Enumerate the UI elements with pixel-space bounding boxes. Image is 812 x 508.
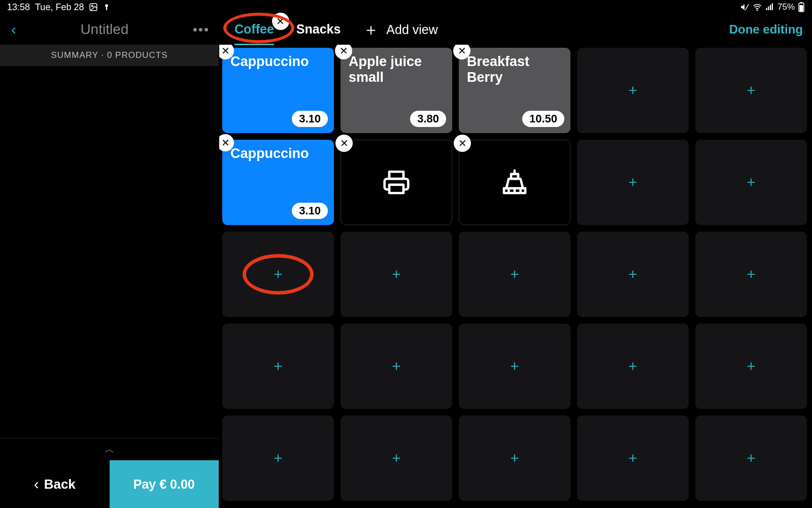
picture-icon (89, 3, 98, 12)
plus-icon: + (747, 358, 756, 375)
close-icon: ✕ (458, 137, 467, 149)
svg-rect-6 (766, 8, 767, 11)
register-icon (500, 168, 529, 197)
plus-icon: + (747, 450, 756, 467)
plus-icon: + (392, 358, 401, 375)
empty-tile[interactable]: + (341, 232, 452, 317)
product-price: 3.80 (410, 111, 446, 127)
empty-tile[interactable]: + (459, 416, 570, 501)
plus-icon: + (628, 82, 637, 99)
pay-button[interactable]: Pay € 0.00 (110, 460, 219, 508)
plus-icon: + (747, 82, 756, 99)
svg-rect-12 (800, 2, 802, 3)
plus-icon: + (628, 450, 637, 467)
summary-bar: SUMMARY · 0 PRODUCTS (0, 45, 219, 66)
battery-icon (798, 2, 805, 12)
empty-tile[interactable]: + (577, 232, 689, 317)
back-button[interactable]: ‹ Back (0, 460, 110, 508)
sidebar: ‹ Untitled ••• SUMMARY · 0 PRODUCTS ︿ ‹ … (0, 14, 219, 508)
product-price: 10.50 (522, 111, 564, 127)
tab-label: Snacks (296, 22, 341, 36)
remove-tile-button[interactable]: ✕ (454, 135, 471, 152)
sidebar-more-icon[interactable]: ••• (193, 22, 210, 38)
printer-icon (382, 168, 411, 197)
status-battery-text: 75% (777, 2, 795, 12)
remove-tile-button[interactable]: ✕ (335, 135, 353, 152)
empty-tile[interactable]: + (695, 324, 807, 409)
chevron-left-icon: ‹ (34, 475, 39, 493)
product-price: 3.10 (292, 203, 328, 219)
svg-rect-7 (768, 7, 769, 11)
pay-button-label: Pay € 0.00 (133, 477, 195, 492)
done-editing-button[interactable]: Done editing (729, 22, 803, 37)
svg-line-4 (745, 4, 749, 10)
plus-icon: + (628, 174, 637, 191)
empty-tile[interactable]: + (459, 232, 570, 317)
done-label: Done editing (729, 22, 803, 36)
product-tile[interactable]: Apple juice small3.80✕ (341, 48, 452, 133)
register-tile[interactable]: ✕ (459, 140, 570, 225)
plus-icon: + (510, 358, 519, 375)
empty-tile[interactable]: + (695, 48, 807, 133)
empty-tile[interactable]: + (695, 416, 807, 501)
add-view-label: Add view (386, 22, 437, 37)
empty-tile[interactable]: + (341, 416, 452, 501)
svg-point-2 (106, 4, 109, 7)
status-time: 13:58 (7, 2, 30, 13)
empty-tile[interactable]: + (222, 232, 334, 317)
status-date: Tue, Feb 28 (35, 2, 84, 13)
empty-tile[interactable]: + (695, 232, 807, 317)
product-name: Cappuccino (230, 146, 326, 162)
sidebar-collapse-toggle[interactable]: ︿ (0, 438, 219, 460)
plus-icon: + (628, 266, 637, 283)
product-name: Apple juice small (349, 54, 444, 85)
empty-tile[interactable]: + (577, 140, 689, 225)
sidebar-back-chevron[interactable]: ‹ (11, 21, 16, 38)
status-bar: 13:58 Tue, Feb 28 75% (0, 0, 812, 14)
product-price: 3.10 (292, 111, 328, 127)
close-icon: ✕ (458, 45, 466, 57)
add-view-button[interactable]: ＋ Add view (363, 22, 437, 37)
plus-icon: + (747, 266, 756, 283)
plus-icon: + (392, 450, 401, 467)
tab-snacks[interactable]: Snacks (296, 22, 341, 38)
empty-tile[interactable]: + (459, 324, 570, 409)
plus-icon: + (510, 450, 519, 467)
key-icon (103, 3, 110, 12)
product-tile[interactable]: Cappuccino3.10✕ (222, 48, 334, 133)
printer-tile[interactable]: ✕ (341, 140, 452, 225)
close-icon: ✕ (221, 45, 230, 57)
tab-label: Coffee (234, 22, 274, 36)
empty-tile[interactable]: + (577, 324, 689, 409)
sidebar-title: Untitled (16, 21, 193, 38)
plus-icon: + (628, 358, 637, 375)
empty-tile[interactable]: + (577, 416, 689, 501)
plus-icon: + (274, 358, 283, 375)
empty-tile[interactable]: + (222, 324, 334, 409)
close-icon: ✕ (276, 15, 285, 27)
empty-tile[interactable]: + (341, 324, 452, 409)
plus-icon: + (274, 450, 283, 467)
svg-rect-8 (770, 5, 771, 11)
tab-close-button[interactable]: ✕ (272, 13, 289, 30)
product-name: Breakfast Berry (467, 54, 562, 85)
product-name: Cappuccino (230, 54, 326, 70)
close-icon: ✕ (221, 137, 230, 149)
empty-tile[interactable]: + (695, 140, 807, 225)
tab-coffee[interactable]: Coffee ✕ (234, 22, 274, 38)
empty-tile[interactable]: + (577, 48, 689, 133)
signal-icon (765, 3, 774, 12)
empty-tile[interactable]: + (222, 416, 334, 501)
chevron-up-icon: ︿ (105, 442, 115, 456)
product-tile[interactable]: Cappuccino3.10✕ (222, 140, 334, 225)
svg-rect-3 (106, 7, 107, 10)
svg-point-5 (757, 10, 758, 11)
svg-rect-14 (389, 185, 403, 193)
svg-rect-9 (772, 4, 773, 11)
product-tile[interactable]: Breakfast Berry10.50✕ (459, 48, 570, 133)
svg-point-1 (92, 5, 93, 7)
close-icon: ✕ (340, 45, 348, 57)
plus-icon: + (392, 266, 401, 283)
plus-icon: + (747, 174, 756, 191)
mute-icon (740, 3, 749, 12)
